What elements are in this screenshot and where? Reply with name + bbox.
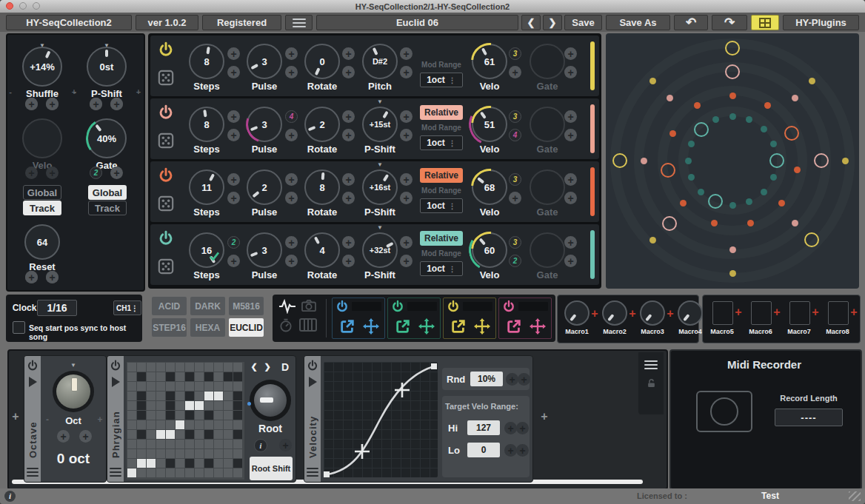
global-velo-plus-button[interactable]: + bbox=[46, 167, 59, 179]
scale-grid-cell[interactable] bbox=[224, 392, 233, 400]
scale-grid-cell[interactable] bbox=[156, 449, 165, 458]
scale-grid-cell[interactable] bbox=[127, 382, 136, 391]
lo-plus-button[interactable]: + bbox=[516, 444, 529, 457]
scale-grid-cell[interactable] bbox=[127, 440, 136, 448]
module-menu-icon[interactable] bbox=[307, 466, 318, 479]
pulse-plus-button[interactable]: + bbox=[285, 255, 298, 267]
scale-grid-cell[interactable] bbox=[214, 459, 223, 468]
steps-plus-button[interactable]: + bbox=[227, 129, 240, 141]
dice-randomize-button[interactable] bbox=[158, 195, 174, 212]
pitch-plus-button[interactable]: + bbox=[400, 173, 413, 186]
redo-button[interactable]: ↷ bbox=[712, 15, 747, 30]
camera-snapshot-button[interactable] bbox=[301, 299, 317, 312]
timer-button[interactable] bbox=[278, 318, 293, 333]
lane-power-button[interactable] bbox=[391, 300, 404, 313]
scale-grid-cell[interactable] bbox=[166, 440, 175, 448]
scale-grid-cell[interactable] bbox=[176, 430, 184, 439]
steps-plus-button[interactable]: + bbox=[227, 110, 240, 123]
global-velo-plus-button[interactable]: + bbox=[25, 167, 38, 179]
global-pshift-plus-button[interactable]: + bbox=[110, 98, 123, 110]
rotate-knob[interactable]: 0 bbox=[304, 44, 340, 79]
scale-grid-cell[interactable] bbox=[204, 363, 213, 372]
scale-grid-cell[interactable] bbox=[127, 401, 136, 410]
menu-button[interactable] bbox=[285, 15, 313, 30]
velo-plus-button[interactable]: + bbox=[509, 192, 521, 204]
prev-preset-button[interactable]: ❮ bbox=[521, 15, 541, 30]
global-pshift-knob[interactable]: 0st bbox=[87, 47, 127, 87]
scale-grid-cell[interactable] bbox=[204, 449, 213, 458]
lane-external-edit-button[interactable] bbox=[450, 318, 467, 335]
scale-grid-cell[interactable] bbox=[137, 459, 146, 468]
add-module-button[interactable]: + bbox=[539, 410, 550, 423]
mode-button-m5816[interactable]: M5816 bbox=[229, 297, 264, 315]
rotate-plus-button[interactable]: + bbox=[342, 192, 355, 204]
lane-power-button[interactable] bbox=[502, 300, 515, 313]
scale-grid-cell[interactable] bbox=[176, 372, 184, 381]
velo-knob[interactable]: 68 bbox=[472, 169, 507, 205]
scale-grid-cell[interactable] bbox=[195, 372, 204, 381]
rnd-plus-button[interactable]: + bbox=[518, 373, 530, 386]
pitch-plus-button[interactable]: + bbox=[400, 129, 413, 141]
scale-grid-cell[interactable] bbox=[166, 401, 175, 410]
rotate-plus-button[interactable]: + bbox=[342, 47, 355, 60]
scale-grid-cell[interactable] bbox=[195, 382, 204, 391]
module-power-button[interactable] bbox=[307, 360, 318, 372]
scale-grid-cell[interactable] bbox=[204, 430, 213, 439]
mod-range-select[interactable]: 1oct⋮ bbox=[420, 73, 463, 87]
scale-grid-cell[interactable] bbox=[147, 382, 156, 391]
steps-knob[interactable]: 16 bbox=[189, 232, 224, 268]
scale-grid-cell[interactable] bbox=[185, 468, 194, 477]
scale-grid-cell[interactable] bbox=[195, 430, 204, 439]
reset-knob[interactable]: 64 bbox=[24, 224, 60, 260]
scale-grid-cell[interactable] bbox=[195, 363, 204, 372]
global-gate-knob[interactable]: 40% bbox=[87, 118, 127, 158]
module-power-button[interactable] bbox=[110, 360, 121, 372]
scale-grid-cell[interactable] bbox=[233, 420, 242, 429]
reset-plus-button[interactable]: + bbox=[46, 271, 59, 283]
row-power-button[interactable] bbox=[158, 167, 174, 184]
brand-button[interactable]: HY-Plugins bbox=[783, 15, 859, 30]
velo-plus-button[interactable]: + bbox=[509, 66, 521, 78]
scale-grid-cell[interactable] bbox=[166, 468, 175, 477]
scale-grid-cell[interactable] bbox=[137, 430, 146, 439]
steps-plus-button[interactable]: + bbox=[227, 47, 240, 60]
velo-mod-badge[interactable]: 4 bbox=[509, 129, 521, 141]
rnd-plus-button[interactable]: + bbox=[506, 373, 518, 386]
pitch-knob[interactable]: +32st bbox=[362, 232, 398, 268]
pitch-plus-button[interactable]: + bbox=[400, 192, 413, 204]
scale-grid-cell[interactable] bbox=[204, 411, 213, 420]
record-length-field[interactable]: ---- bbox=[775, 409, 843, 426]
add-module-button[interactable]: + bbox=[10, 410, 21, 423]
scale-grid-cell[interactable] bbox=[156, 372, 165, 381]
mod-range-select[interactable]: 1oct⋮ bbox=[420, 261, 463, 276]
scale-grid-cell[interactable] bbox=[214, 363, 223, 372]
grid-view-button[interactable] bbox=[751, 15, 779, 30]
macro-slot-6[interactable] bbox=[751, 301, 772, 325]
scale-grid-cell[interactable] bbox=[204, 382, 213, 391]
scale-grid-cell[interactable] bbox=[176, 363, 184, 372]
scale-grid-cell[interactable] bbox=[195, 420, 204, 429]
lane-power-button[interactable] bbox=[447, 300, 460, 313]
scale-grid-cell[interactable] bbox=[185, 411, 194, 420]
scale-grid-cell[interactable] bbox=[176, 411, 184, 420]
scale-grid-cell[interactable] bbox=[214, 372, 223, 381]
info-icon[interactable]: i bbox=[4, 491, 16, 502]
macro-plus-icon[interactable]: + bbox=[732, 306, 744, 319]
row-power-button[interactable] bbox=[158, 41, 174, 58]
scale-grid-cell[interactable] bbox=[166, 372, 175, 381]
scale-grid-cell[interactable] bbox=[195, 401, 204, 410]
rotate-plus-button[interactable]: + bbox=[342, 66, 355, 78]
macro-slot-7[interactable] bbox=[789, 301, 810, 325]
piano-roll-button[interactable] bbox=[299, 318, 317, 332]
velo-knob[interactable]: 60 bbox=[472, 232, 507, 268]
scale-grid-cell[interactable] bbox=[185, 449, 194, 458]
scale-grid-cell[interactable] bbox=[214, 411, 223, 420]
steps-plus-button[interactable]: + bbox=[227, 255, 240, 267]
pulse-plus-button[interactable]: + bbox=[285, 192, 298, 204]
scale-grid-cell[interactable] bbox=[156, 459, 165, 468]
scale-grid-cell[interactable] bbox=[147, 392, 156, 400]
reset-plus-button[interactable]: + bbox=[25, 271, 38, 283]
scale-grid-cell[interactable] bbox=[195, 411, 204, 420]
steps-plus-button[interactable]: + bbox=[227, 173, 240, 186]
clock-rate-field[interactable]: 1/16 bbox=[37, 300, 77, 316]
